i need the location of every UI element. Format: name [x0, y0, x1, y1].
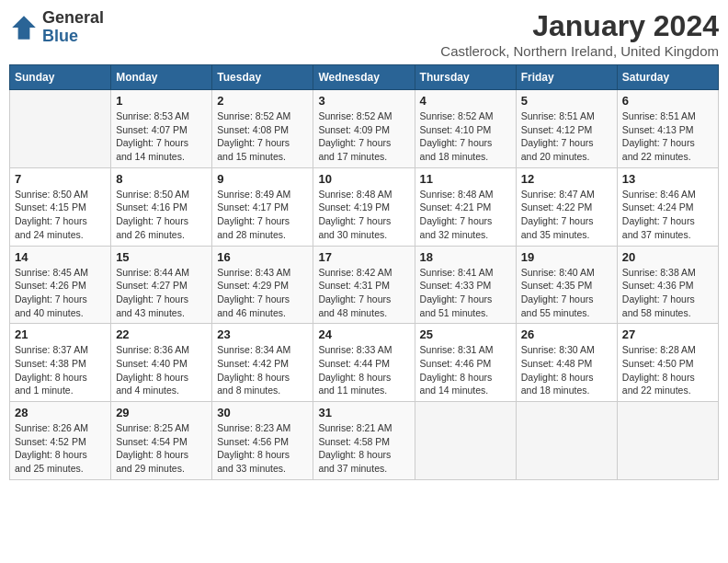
day-number: 10 [318, 172, 409, 186]
day-detail: Sunrise: 8:47 AMSunset: 4:22 PMDaylight:… [521, 188, 612, 242]
day-detail: Sunrise: 8:41 AMSunset: 4:33 PMDaylight:… [420, 266, 511, 320]
svg-marker-0 [12, 16, 36, 40]
day-number: 25 [420, 327, 511, 341]
day-detail: Sunrise: 8:21 AMSunset: 4:58 PMDaylight:… [318, 421, 409, 476]
calendar-cell: 6Sunrise: 8:51 AMSunset: 4:13 PMDaylight… [617, 90, 718, 168]
day-number: 29 [116, 406, 207, 419]
calendar-cell: 31Sunrise: 8:21 AMSunset: 4:58 PMDayligh… [313, 402, 415, 480]
day-number: 22 [116, 327, 207, 341]
header-saturday: Saturday [617, 65, 718, 90]
calendar-cell: 17Sunrise: 8:42 AMSunset: 4:31 PMDayligh… [313, 246, 415, 324]
day-number: 9 [217, 172, 308, 186]
calendar-cell: 25Sunrise: 8:31 AMSunset: 4:46 PMDayligh… [415, 324, 516, 402]
logo-general: General [42, 9, 104, 28]
day-detail: Sunrise: 8:42 AMSunset: 4:31 PMDaylight:… [318, 266, 409, 320]
logo-text: General Blue [42, 9, 104, 46]
location-subtitle: Castlerock, Northern Ireland, United Kin… [440, 43, 719, 59]
calendar-cell: 7Sunrise: 8:50 AMSunset: 4:15 PMDaylight… [10, 167, 111, 246]
day-number: 15 [116, 250, 207, 264]
day-detail: Sunrise: 8:45 AMSunset: 4:26 PMDaylight:… [15, 266, 106, 320]
day-detail: Sunrise: 8:48 AMSunset: 4:19 PMDaylight:… [318, 188, 409, 242]
calendar-cell: 1Sunrise: 8:53 AMSunset: 4:07 PMDaylight… [111, 90, 212, 168]
day-number: 27 [622, 327, 713, 341]
calendar-cell [516, 402, 617, 480]
day-detail: Sunrise: 8:51 AMSunset: 4:12 PMDaylight:… [521, 109, 612, 164]
day-number: 21 [15, 327, 106, 341]
day-detail: Sunrise: 8:48 AMSunset: 4:21 PMDaylight:… [420, 188, 511, 242]
month-year-title: January 2024 [440, 9, 719, 43]
header-row: SundayMondayTuesdayWednesdayThursdayFrid… [10, 65, 719, 90]
day-number: 28 [15, 406, 106, 419]
week-row-4: 21Sunrise: 8:37 AMSunset: 4:38 PMDayligh… [10, 324, 719, 402]
day-detail: Sunrise: 8:50 AMSunset: 4:15 PMDaylight:… [15, 188, 106, 242]
calendar-cell: 21Sunrise: 8:37 AMSunset: 4:38 PMDayligh… [10, 324, 111, 402]
day-number: 7 [15, 172, 106, 186]
day-detail: Sunrise: 8:40 AMSunset: 4:35 PMDaylight:… [521, 266, 612, 320]
day-number: 11 [420, 172, 511, 186]
day-detail: Sunrise: 8:25 AMSunset: 4:54 PMDaylight:… [116, 421, 207, 476]
calendar-table: SundayMondayTuesdayWednesdayThursdayFrid… [9, 64, 719, 480]
day-number: 23 [217, 327, 308, 341]
day-number: 6 [622, 94, 713, 108]
day-detail: Sunrise: 8:52 AMSunset: 4:10 PMDaylight:… [420, 109, 511, 164]
day-detail: Sunrise: 8:46 AMSunset: 4:24 PMDaylight:… [622, 188, 713, 242]
day-number: 3 [318, 94, 409, 108]
day-detail: Sunrise: 8:49 AMSunset: 4:17 PMDaylight:… [217, 188, 308, 242]
day-number: 31 [318, 406, 409, 419]
day-number: 24 [318, 327, 409, 341]
day-number: 4 [420, 94, 511, 108]
day-detail: Sunrise: 8:38 AMSunset: 4:36 PMDaylight:… [622, 266, 713, 320]
day-number: 20 [622, 250, 713, 264]
day-detail: Sunrise: 8:50 AMSunset: 4:16 PMDaylight:… [116, 188, 207, 242]
calendar-body: 1Sunrise: 8:53 AMSunset: 4:07 PMDaylight… [10, 90, 719, 480]
logo-blue: Blue [42, 28, 104, 46]
header-thursday: Thursday [415, 65, 516, 90]
day-detail: Sunrise: 8:52 AMSunset: 4:09 PMDaylight:… [318, 109, 409, 164]
day-number: 17 [318, 250, 409, 264]
header-monday: Monday [111, 65, 212, 90]
day-number: 2 [217, 94, 308, 108]
day-detail: Sunrise: 8:30 AMSunset: 4:48 PMDaylight:… [521, 343, 612, 397]
calendar-cell: 5Sunrise: 8:51 AMSunset: 4:12 PMDaylight… [516, 90, 617, 168]
calendar-cell: 19Sunrise: 8:40 AMSunset: 4:35 PMDayligh… [516, 246, 617, 324]
day-detail: Sunrise: 8:51 AMSunset: 4:13 PMDaylight:… [622, 109, 713, 164]
calendar-cell: 23Sunrise: 8:34 AMSunset: 4:42 PMDayligh… [212, 324, 313, 402]
day-detail: Sunrise: 8:23 AMSunset: 4:56 PMDaylight:… [217, 421, 308, 476]
day-detail: Sunrise: 8:53 AMSunset: 4:07 PMDaylight:… [116, 109, 207, 164]
title-block: January 2024 Castlerock, Northern Irelan… [440, 9, 719, 59]
calendar-cell: 10Sunrise: 8:48 AMSunset: 4:19 PMDayligh… [313, 167, 415, 246]
calendar-cell: 20Sunrise: 8:38 AMSunset: 4:36 PMDayligh… [617, 246, 718, 324]
calendar-cell: 2Sunrise: 8:52 AMSunset: 4:08 PMDaylight… [212, 90, 313, 168]
day-detail: Sunrise: 8:33 AMSunset: 4:44 PMDaylight:… [318, 343, 409, 397]
calendar-cell: 30Sunrise: 8:23 AMSunset: 4:56 PMDayligh… [212, 402, 313, 480]
week-row-3: 14Sunrise: 8:45 AMSunset: 4:26 PMDayligh… [10, 246, 719, 324]
day-number: 16 [217, 250, 308, 264]
header-wednesday: Wednesday [313, 65, 415, 90]
day-number: 26 [521, 327, 612, 341]
day-detail: Sunrise: 8:26 AMSunset: 4:52 PMDaylight:… [15, 421, 106, 476]
logo-icon [9, 13, 39, 42]
day-detail: Sunrise: 8:28 AMSunset: 4:50 PMDaylight:… [622, 343, 713, 397]
calendar-cell: 11Sunrise: 8:48 AMSunset: 4:21 PMDayligh… [415, 167, 516, 246]
calendar-cell: 26Sunrise: 8:30 AMSunset: 4:48 PMDayligh… [516, 324, 617, 402]
header-tuesday: Tuesday [212, 65, 313, 90]
day-detail: Sunrise: 8:43 AMSunset: 4:29 PMDaylight:… [217, 266, 308, 320]
calendar-cell: 27Sunrise: 8:28 AMSunset: 4:50 PMDayligh… [617, 324, 718, 402]
header-friday: Friday [516, 65, 617, 90]
day-number: 1 [116, 94, 207, 108]
calendar-cell: 12Sunrise: 8:47 AMSunset: 4:22 PMDayligh… [516, 167, 617, 246]
day-number: 12 [521, 172, 612, 186]
calendar-cell: 3Sunrise: 8:52 AMSunset: 4:09 PMDaylight… [313, 90, 415, 168]
day-detail: Sunrise: 8:36 AMSunset: 4:40 PMDaylight:… [116, 343, 207, 397]
day-number: 13 [622, 172, 713, 186]
logo: General Blue [9, 9, 104, 46]
day-number: 8 [116, 172, 207, 186]
day-detail: Sunrise: 8:44 AMSunset: 4:27 PMDaylight:… [116, 266, 207, 320]
week-row-5: 28Sunrise: 8:26 AMSunset: 4:52 PMDayligh… [10, 402, 719, 480]
calendar-cell: 13Sunrise: 8:46 AMSunset: 4:24 PMDayligh… [617, 167, 718, 246]
day-number: 30 [217, 406, 308, 419]
calendar-cell: 15Sunrise: 8:44 AMSunset: 4:27 PMDayligh… [111, 246, 212, 324]
day-number: 14 [15, 250, 106, 264]
week-row-1: 1Sunrise: 8:53 AMSunset: 4:07 PMDaylight… [10, 90, 719, 168]
calendar-cell: 22Sunrise: 8:36 AMSunset: 4:40 PMDayligh… [111, 324, 212, 402]
